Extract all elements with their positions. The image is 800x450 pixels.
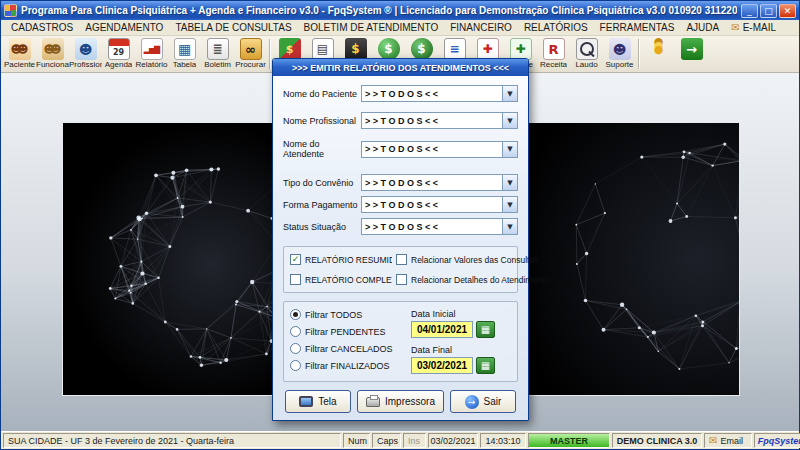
checkbox-relatorio-resumido[interactable]: ✓RELATÓRIO RESUMIDO — [290, 254, 392, 265]
exame-icon — [510, 38, 532, 60]
toolbar-button-receita[interactable]: Receita — [537, 37, 570, 70]
date-row: 04/01/2021 — [411, 321, 511, 338]
chevron-down-icon[interactable]: ▼ — [502, 219, 517, 234]
toolbar-button-label: Profissiona — [69, 60, 102, 70]
menu-item-financeiro[interactable]: FINANCEIRO — [444, 21, 518, 34]
recibo-icon — [444, 38, 466, 60]
combo-value: > > T O D O S < < — [362, 178, 502, 188]
radio-filtrar-todos[interactable]: Filtrar TODOS — [290, 309, 411, 320]
toolbar-button-profissiona[interactable]: Profissiona — [69, 37, 102, 70]
status-text: 14:03:10 — [485, 436, 520, 446]
toolbar-button-coins[interactable] — [642, 37, 675, 60]
field-label: Status Situação — [283, 222, 361, 232]
screen-icon — [299, 396, 313, 407]
menu-item-label: TABELA DE CONSULTAS — [175, 22, 291, 33]
menu-item-label: BOLETIM DE ATENDIMENTO — [304, 22, 439, 33]
combo-value: > > T O D O S < < — [362, 144, 502, 154]
menu-item-cadastros[interactable]: CADASTROS — [5, 21, 79, 34]
combo-nome-profissional[interactable]: > > T O D O S < <▼ — [361, 112, 518, 129]
menu-item-label: FERRAMENTAS — [600, 22, 675, 33]
radio-label: Filtrar TODOS — [305, 310, 362, 320]
chevron-down-icon[interactable]: ▼ — [502, 197, 517, 212]
toolbar-button-label: Suporte — [605, 60, 633, 70]
checkbox-box — [396, 254, 407, 265]
calendar-button[interactable] — [476, 357, 495, 374]
status-num: Num — [343, 433, 370, 448]
exit-round-icon — [465, 395, 479, 409]
tela-button[interactable]: Tela — [285, 390, 351, 413]
menu-bar: CADASTROSAGENDAMENTOTABELA DE CONSULTASB… — [1, 20, 799, 36]
status-email[interactable]: ✉Email — [704, 433, 752, 448]
maximize-button[interactable] — [760, 4, 777, 18]
checkbox-label: RELATÓRIO COMPLETO — [305, 275, 392, 285]
minimize-button[interactable] — [741, 4, 758, 18]
dialog-filter-combos: Nome do Paciente> > T O D O S < <▼Nome P… — [283, 85, 518, 240]
sair-button[interactable]: Sair — [450, 390, 516, 413]
toolbar-button-tabela[interactable]: Tabela — [168, 37, 201, 70]
menu-item-label: AJUDA — [686, 22, 719, 33]
checkbox-relatorio-completo[interactable]: RELATÓRIO COMPLETO — [290, 274, 392, 285]
toolbar-button-suporte[interactable]: Suporte — [603, 37, 636, 70]
combo-status-situacao[interactable]: > > T O D O S < <▼ — [361, 218, 518, 235]
chevron-down-icon[interactable]: ▼ — [502, 86, 517, 101]
combo-value: > > T O D O S < < — [362, 200, 502, 210]
chevron-down-icon[interactable]: ▼ — [502, 175, 517, 190]
caixa-icon — [345, 38, 367, 60]
status-caps: Caps — [372, 433, 401, 448]
toolbar-button-funciona[interactable]: Funciona — [36, 37, 69, 70]
menu-item-e-mail[interactable]: ✉E-MAIL — [725, 21, 782, 34]
menu-item-boletim-de-atendimento[interactable]: BOLETIM DE ATENDIMENTO — [298, 21, 445, 34]
status-text: DEMO CLINICA 3.0 — [617, 436, 698, 446]
toolbar-button-boletim[interactable]: Boletim — [201, 37, 234, 70]
status-brand[interactable]: FpqSystem — [754, 433, 800, 448]
printer-icon — [366, 397, 380, 407]
status-time: 14:03:10 — [480, 433, 526, 448]
window-controls — [741, 4, 796, 18]
checkbox-relacionar-detalhes-do-atendimento[interactable]: Relacionar Detalhes do Atendimento — [396, 274, 549, 285]
menu-item-ferramentas[interactable]: FERRAMENTAS — [594, 21, 681, 34]
menu-item-relatorios[interactable]: RELATÓRIOS — [518, 21, 594, 34]
chevron-down-icon[interactable]: ▼ — [502, 142, 517, 157]
field-label: Nome do Paciente — [283, 89, 361, 99]
combo-nome-do-atendente[interactable]: > > T O D O S < <▼ — [361, 141, 518, 158]
menu-item-agendamento[interactable]: AGENDAMENTO — [79, 21, 169, 34]
menu-item-label: CADASTROS — [11, 22, 73, 33]
toolbar-button-agenda[interactable]: Agenda — [102, 37, 135, 70]
window-title: Programa Para Clinica Psiquiátrica + Age… — [21, 5, 737, 16]
calendar-button[interactable] — [476, 321, 495, 338]
menu-item-label: E-MAIL — [743, 22, 776, 33]
radio-label: Filtrar FINALIZADOS — [305, 361, 390, 371]
menu-item-tabela-de-consultas[interactable]: TABELA DE CONSULTAS — [169, 21, 297, 34]
combo-value: > > T O D O S < < — [362, 222, 502, 232]
combo-value: > > T O D O S < < — [362, 116, 502, 126]
radio-filtrar-pendentes[interactable]: Filtrar PENDENTES — [290, 326, 411, 337]
dialog-title: >>> EMITIR RELATÓRIO DOS ATENDIMENTOS <<… — [292, 63, 509, 73]
close-button[interactable] — [779, 4, 796, 18]
combo-forma-pagamento[interactable]: > > T O D O S < <▼ — [361, 196, 518, 213]
dialog-title-bar[interactable]: >>> EMITIR RELATÓRIO DOS ATENDIMENTOS <<… — [273, 59, 528, 76]
checkbox-relacionar-valores-das-consultas[interactable]: Relacionar Valores das Consultas — [396, 254, 549, 265]
toolbar-button-sair[interactable] — [675, 37, 708, 60]
dialog-buttons: TelaImpressoraSair — [283, 382, 518, 419]
field-label: Forma Pagamento — [283, 200, 361, 210]
laudo-icon — [576, 38, 598, 60]
checkbox-box: ✓ — [290, 254, 301, 265]
date-block-data-inicial: Data Inicial04/01/2021 — [411, 309, 511, 338]
date-label: Data Inicial — [411, 309, 511, 319]
radio-filtrar-cancelados[interactable]: Filtrar CANCELADOS — [290, 343, 411, 354]
toolbar-button-paciente[interactable]: Paciente — [3, 37, 36, 70]
toolbar-button-laudo[interactable]: Laudo — [570, 37, 603, 70]
toolbar-separator — [269, 39, 271, 69]
radio-filtrar-finalizados[interactable]: Filtrar FINALIZADOS — [290, 360, 411, 371]
date-input-data-final[interactable]: 03/02/2021 — [411, 357, 473, 374]
menu-item-ajuda[interactable]: AJUDA — [680, 21, 725, 34]
toolbar-button-procurar[interactable]: Procurar — [234, 37, 267, 70]
date-input-data-inicial[interactable]: 04/01/2021 — [411, 321, 473, 338]
toolbar-button-relatorio[interactable]: Relatório — [135, 37, 168, 70]
envelope-icon: ✉ — [731, 22, 739, 33]
combo-nome-do-paciente[interactable]: > > T O D O S < <▼ — [361, 85, 518, 102]
status-text: Num — [348, 436, 367, 446]
chevron-down-icon[interactable]: ▼ — [502, 113, 517, 128]
combo-tipo-do-convenio[interactable]: > > T O D O S < <▼ — [361, 174, 518, 191]
impressora-button[interactable]: Impressora — [357, 390, 444, 413]
